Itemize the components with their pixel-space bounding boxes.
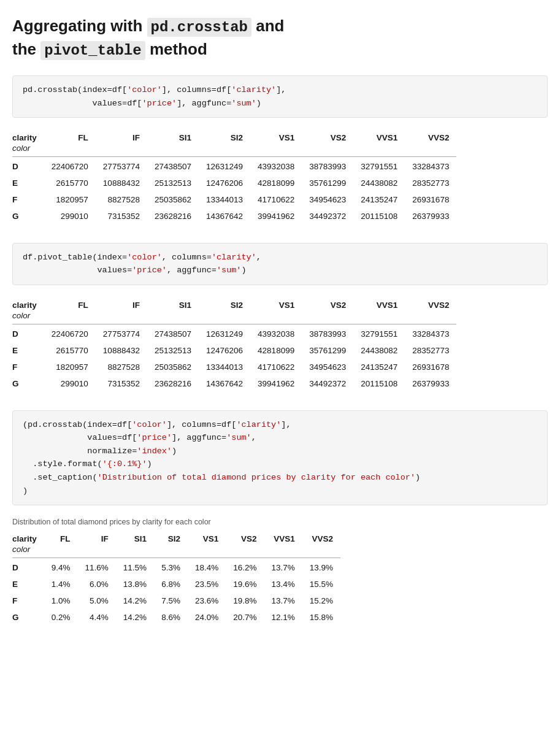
color-label: color [12,545,44,558]
table-row: G 299010 7315352 23628216 14367642 39941… [12,375,456,392]
table-row: G 0.2% 4.4% 14.2% 8.6% 24.0% 20.7% 12.1%… [12,609,340,626]
col-VS2: VS2 [302,130,353,144]
row-label-E: E [12,175,44,191]
row-label-D: D [12,326,44,342]
row-label-G: G [12,375,44,392]
col-SI2: SI2 [199,130,250,144]
table-header-color: color [12,311,456,324]
row-label-G: G [12,609,44,626]
table-header-color: color [12,545,340,558]
col-FL: FL [44,130,96,144]
table-header-color: color [12,144,456,157]
code-block-2: df.pivot_table(index='color', columns='c… [12,243,548,285]
data-table-1: clarity FL IF SI1 SI2 VS1 VS2 VVS1 VVS2 … [12,130,456,224]
data-table-3: clarity FL IF SI1 SI2 VS1 VS2 VVS1 VVS2 … [12,531,340,626]
clarity-label: clarity [12,297,44,311]
row-label-F: F [12,592,44,609]
row-label-E: E [12,342,44,359]
col-VS1: VS1 [250,130,302,144]
table-row: D 9.4% 11.6% 11.5% 5.3% 18.4% 16.2% 13.7… [12,559,340,576]
col-VVS2: VVS2 [405,130,456,144]
row-label-E: E [12,576,44,592]
table-row: F 1820957 8827528 25035862 13344013 4171… [12,359,456,375]
table-section-3: Distribution of total diamond prices by … [12,518,548,626]
title-code-crosstab: pd.crosstab [147,18,251,37]
code-block-1: pd.crosstab(index=df['color'], columns=d… [12,75,548,118]
table-row: E 1.4% 6.0% 13.8% 6.8% 23.5% 19.6% 13.4%… [12,576,340,592]
col-VVS1: VVS1 [353,130,405,144]
table-row: E 2615770 10888432 25132513 12476206 428… [12,342,456,359]
table-row: D 22406720 27753774 27438507 12631249 43… [12,326,456,342]
table-row: E 2615770 10888432 25132513 12476206 428… [12,175,456,191]
clarity-label: clarity [12,130,44,144]
code-block-3: (pd.crosstab(index=df['color'], columns=… [12,410,548,506]
row-label-D: D [12,158,44,175]
row-label-F: F [12,191,44,208]
color-label: color [12,144,44,157]
table-section-2: clarity FL IF SI1 SI2 VS1 VS2 VVS1 VVS2 … [12,297,548,392]
title-code-pivot: pivot_table [40,41,145,60]
row-label-G: G [12,208,44,224]
table-row: F 1.0% 5.0% 14.2% 7.5% 23.6% 19.8% 13.7%… [12,592,340,609]
table-caption: Distribution of total diamond prices by … [12,518,548,526]
table-row: D 22406720 27753774 27438507 12631249 43… [12,158,456,175]
clarity-label: clarity [12,531,44,545]
table-header-clarity: clarity FL IF SI1 SI2 VS1 VS2 VVS1 VVS2 [12,297,456,311]
table-header-clarity: clarity FL IF SI1 SI2 VS1 VS2 VVS1 VVS2 [12,531,340,545]
page-title: Aggregating with pd.crosstab and the piv… [12,15,548,61]
table-row: G 299010 7315352 23628216 14367642 39941… [12,208,456,224]
table-section-1: clarity FL IF SI1 SI2 VS1 VS2 VVS1 VVS2 … [12,130,548,224]
table-header-clarity: clarity FL IF SI1 SI2 VS1 VS2 VVS1 VVS2 [12,130,456,144]
row-label-F: F [12,359,44,375]
col-IF: IF [96,130,147,144]
col-SI1: SI1 [147,130,199,144]
color-label: color [12,311,44,324]
table-row: F 1820957 8827528 25035862 13344013 4171… [12,191,456,208]
data-table-2: clarity FL IF SI1 SI2 VS1 VS2 VVS1 VVS2 … [12,297,456,392]
row-label-D: D [12,559,44,576]
